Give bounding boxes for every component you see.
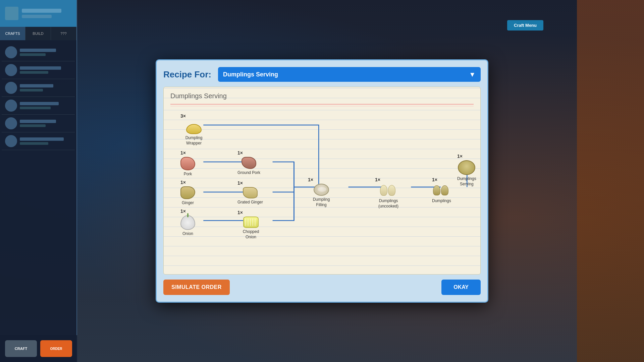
ground-pork-qty: 1× [237,150,243,156]
dumpling-wrapper-label: Dumpling Wrapper [180,135,207,146]
recipe-flow-diagram: 3× Dumpling Wrapper 1× Pork 1× Ground Po… [170,107,474,251]
item-icon-2 [5,64,17,76]
recipe-card-title: Dumplings Serving [170,92,474,100]
pork-icon [180,157,195,170]
dumplings-qty: 1× [432,177,437,182]
grated-ginger-qty: 1× [237,180,243,186]
recipe-dropdown-value: Dumplings Serving [223,71,278,78]
panel-subtitle-bar [22,15,52,18]
dropdown-arrow-icon: ▼ [469,71,476,78]
item-icon-4 [5,100,17,112]
item-dumpling-filling: 1× Dumpling Filling [308,177,335,207]
recipe-modal: Recipe For: Dumplings Serving ▼ Dumpling… [156,59,488,303]
grated-ginger-label: Grated Ginger [237,200,263,205]
list-item[interactable] [2,115,75,132]
panel-tabs: CRAFTS BUILD ??? [0,27,76,40]
item-dumplings-uncooked: 1× Dumplings (uncooked) [375,177,402,209]
modal-footer: SIMULATE ORDER OKAY [163,280,481,295]
item-dumplings-serving: 1× Dumplings Serving [457,154,476,187]
simulate-order-button[interactable]: SIMULATE ORDER [163,280,230,295]
list-item[interactable] [2,61,75,79]
item-icon-3 [5,82,17,94]
item-sub-2 [20,71,48,74]
chopped-onion-qty: 1× [237,210,243,215]
panel-items-list [0,40,76,154]
dumpling-single-1 [380,185,387,196]
dumplings-uncooked-icon [380,184,397,197]
item-sub-5 [20,124,46,127]
recipe-card: Dumplings Serving [163,87,481,275]
onion-icon [180,215,195,230]
panel-logo [5,7,18,20]
dumplings-serving-icon [458,160,475,175]
item-name-4 [20,102,59,105]
dumpling-cooked-1 [433,185,440,195]
dumpling-filling-label: Dumpling Filling [308,197,335,207]
ginger-qty: 1× [180,180,186,185]
dumplings-serving-label: Dumplings Serving [457,176,476,187]
dumplings-serving-qty: 1× [457,154,463,159]
dumplings-icon [433,184,450,197]
item-name-6 [20,137,64,141]
modal-header: Recipe For: Dumplings Serving ▼ [163,67,481,82]
order-btn[interactable]: ORDER [40,340,72,357]
item-ginger: 1× Ginger [180,180,195,206]
dumplings-uncooked-label: Dumplings (uncooked) [375,198,402,209]
dumpling-wrapper-qty: 3× [180,113,186,119]
item-onion: 1× Onion [180,208,195,237]
ginger-icon [180,186,195,199]
top-right-button[interactable]: Craft Menu [507,20,543,31]
left-panel: CRAFTS BUILD ??? [0,0,77,362]
grated-ginger-icon [243,187,258,198]
item-name-2 [20,66,61,70]
onion-label: Onion [182,231,193,237]
item-icon-6 [5,135,17,147]
item-grated-ginger: 1× Grated Ginger [237,180,263,205]
item-pork: 1× Pork [180,150,195,177]
item-ground-pork: 1× Ground Pork [237,150,260,176]
list-item[interactable] [2,79,75,97]
recipe-dropdown[interactable]: Dumplings Serving ▼ [218,67,481,82]
dumpling-cooked-2 [441,185,448,195]
item-name-5 [20,120,56,123]
item-name-1 [20,49,56,52]
craft-btn[interactable]: CRAFT [5,340,37,357]
dumpling-wrapper-icon [186,124,202,134]
pork-label: Pork [184,172,192,177]
panel-tab-other[interactable]: ??? [51,27,76,40]
dumplings-uncooked-qty: 1× [375,177,380,182]
item-chopped-onion: 1× Chopped Onion [237,210,264,240]
ground-pork-label: Ground Pork [237,170,260,176]
dumpling-filling-icon [314,184,329,196]
item-icon-1 [5,46,17,58]
item-sub-4 [20,107,51,109]
dumpling-filling-qty: 1× [308,177,313,182]
ground-pork-icon [241,157,256,169]
dumpling-single-2 [388,185,395,196]
dumplings-label: Dumplings [432,198,451,204]
panel-tab-build[interactable]: BUILD [25,27,51,40]
item-sub-1 [20,53,46,56]
panel-title-bar [22,9,61,13]
list-item[interactable] [2,97,75,115]
right-decoration [577,0,644,362]
list-item[interactable] [2,44,75,61]
panel-tab-crafts[interactable]: CRAFTS [0,27,25,40]
list-item[interactable] [2,132,75,150]
modal-title: Recipe For: [163,69,211,80]
top-right-label: Craft Menu [514,23,537,28]
item-sub-3 [20,89,43,92]
okay-button[interactable]: OKAY [441,280,481,295]
panel-header [0,0,76,27]
item-sub-6 [20,142,48,145]
chopped-onion-icon [243,217,259,228]
ginger-label: Ginger [182,200,194,206]
onion-qty: 1× [180,208,186,214]
pork-qty: 1× [180,150,186,156]
item-dumpling-wrapper: 3× Dumpling Wrapper [180,116,207,146]
item-dumplings: 1× Dumplings [432,177,451,204]
item-name-3 [20,84,53,87]
chopped-onion-label: Chopped Onion [237,229,264,240]
bottom-bar: CRAFT ORDER [0,335,77,362]
item-icon-5 [5,117,17,129]
